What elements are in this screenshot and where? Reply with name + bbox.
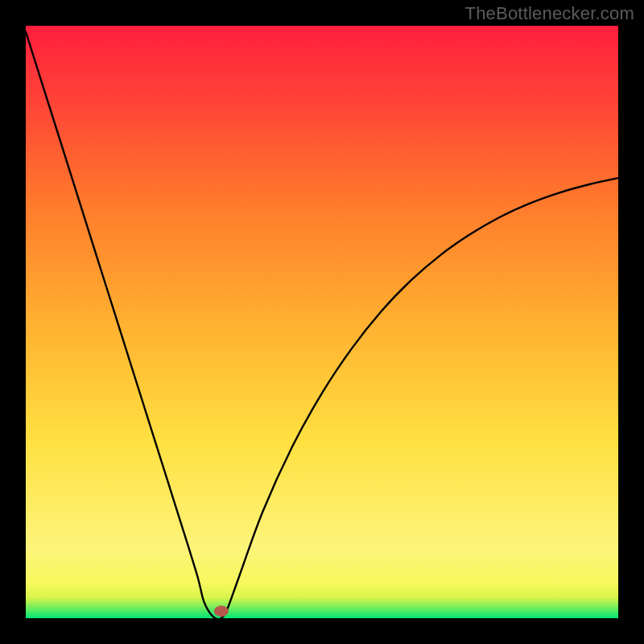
bottleneck-chart [0,0,644,644]
chart-plot-area [26,26,618,618]
watermark-text: TheBottlenecker.com [465,3,634,24]
chart-container: TheBottlenecker.com [0,0,644,644]
optimal-point-marker [214,605,229,617]
